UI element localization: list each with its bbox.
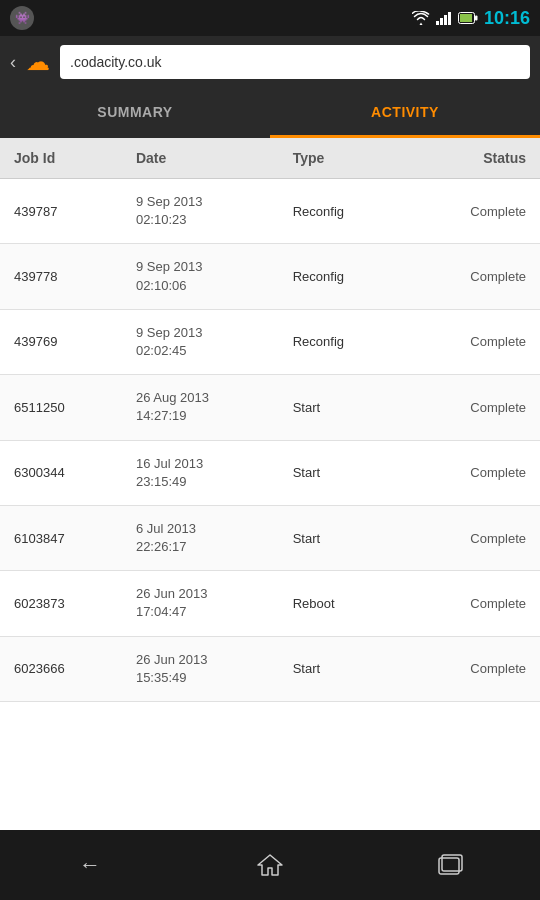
svg-rect-3: [448, 12, 451, 25]
cell-status: Complete: [403, 440, 540, 505]
cell-jobid: 6103847: [0, 505, 128, 570]
cell-status: Complete: [403, 244, 540, 309]
cell-jobid: 6511250: [0, 375, 128, 440]
cell-date: 26 Aug 201314:27:19: [128, 375, 285, 440]
cell-type: Reconfig: [285, 309, 404, 374]
cell-date: 26 Jun 201315:35:49: [128, 636, 285, 701]
back-nav-button[interactable]: ←: [60, 843, 120, 887]
cell-date: 16 Jul 201323:15:49: [128, 440, 285, 505]
header-date: Date: [128, 138, 285, 179]
status-bar-right: 10:16: [412, 8, 530, 29]
cell-date: 9 Sep 201302:02:45: [128, 309, 285, 374]
tab-summary[interactable]: SUMMARY: [0, 88, 270, 138]
header-jobid: Job Id: [0, 138, 128, 179]
cell-jobid: 439769: [0, 309, 128, 374]
svg-rect-6: [475, 16, 478, 21]
status-bar: 👾 10:16: [0, 0, 540, 36]
activity-table-container: Job Id Date Type Status 439787 9 Sep 201…: [0, 138, 540, 830]
address-bar: ‹ ☁ .codacity.co.uk: [0, 36, 540, 88]
header-status: Status: [403, 138, 540, 179]
table-row[interactable]: 439769 9 Sep 201302:02:45 Reconfig Compl…: [0, 309, 540, 374]
table-header: Job Id Date Type Status: [0, 138, 540, 179]
cell-status: Complete: [403, 375, 540, 440]
table-row[interactable]: 6300344 16 Jul 201323:15:49 Start Comple…: [0, 440, 540, 505]
cell-type: Start: [285, 636, 404, 701]
table-body: 439787 9 Sep 201302:10:23 Reconfig Compl…: [0, 179, 540, 702]
table-row[interactable]: 439778 9 Sep 201302:10:06 Reconfig Compl…: [0, 244, 540, 309]
svg-rect-5: [460, 14, 472, 22]
cell-jobid: 439778: [0, 244, 128, 309]
table-row[interactable]: 439787 9 Sep 201302:10:23 Reconfig Compl…: [0, 179, 540, 244]
recent-apps-button[interactable]: [420, 843, 480, 887]
cell-type: Reconfig: [285, 244, 404, 309]
url-bar[interactable]: .codacity.co.uk: [60, 45, 530, 79]
svg-rect-1: [440, 18, 443, 25]
cloud-icon: ☁: [26, 48, 50, 76]
cell-status: Complete: [403, 179, 540, 244]
cell-status: Complete: [403, 571, 540, 636]
status-time: 10:16: [484, 8, 530, 29]
table-row[interactable]: 6511250 26 Aug 201314:27:19 Start Comple…: [0, 375, 540, 440]
url-text: .codacity.co.uk: [70, 54, 162, 70]
bottom-navigation: ←: [0, 830, 540, 900]
browser-back-button[interactable]: ‹: [10, 52, 16, 73]
cell-type: Start: [285, 505, 404, 570]
wifi-icon: [412, 11, 430, 25]
svg-rect-0: [436, 21, 439, 25]
tab-activity[interactable]: ACTIVITY: [270, 88, 540, 138]
battery-icon: [458, 12, 478, 24]
cell-status: Complete: [403, 636, 540, 701]
cell-date: 26 Jun 201317:04:47: [128, 571, 285, 636]
table-row[interactable]: 6023873 26 Jun 201317:04:47 Reboot Compl…: [0, 571, 540, 636]
svg-rect-2: [444, 15, 447, 25]
cell-jobid: 6023873: [0, 571, 128, 636]
cell-type: Reconfig: [285, 179, 404, 244]
cell-status: Complete: [403, 505, 540, 570]
recent-apps-icon: [437, 854, 463, 876]
activity-table: Job Id Date Type Status 439787 9 Sep 201…: [0, 138, 540, 702]
cell-date: 9 Sep 201302:10:23: [128, 179, 285, 244]
cell-status: Complete: [403, 309, 540, 374]
cell-jobid: 6023666: [0, 636, 128, 701]
tab-bar: SUMMARY ACTIVITY: [0, 88, 540, 138]
cell-type: Start: [285, 375, 404, 440]
cell-jobid: 6300344: [0, 440, 128, 505]
header-type: Type: [285, 138, 404, 179]
cell-type: Start: [285, 440, 404, 505]
android-icon: 👾: [10, 6, 34, 30]
table-row[interactable]: 6103847 6 Jul 201322:26:17 Start Complet…: [0, 505, 540, 570]
cell-type: Reboot: [285, 571, 404, 636]
table-row[interactable]: 6023666 26 Jun 201315:35:49 Start Comple…: [0, 636, 540, 701]
cell-date: 6 Jul 201322:26:17: [128, 505, 285, 570]
signal-icon: [436, 11, 452, 25]
home-nav-button[interactable]: [240, 843, 300, 887]
home-icon: [256, 852, 284, 878]
cell-date: 9 Sep 201302:10:06: [128, 244, 285, 309]
status-bar-left: 👾: [10, 6, 34, 30]
cell-jobid: 439787: [0, 179, 128, 244]
